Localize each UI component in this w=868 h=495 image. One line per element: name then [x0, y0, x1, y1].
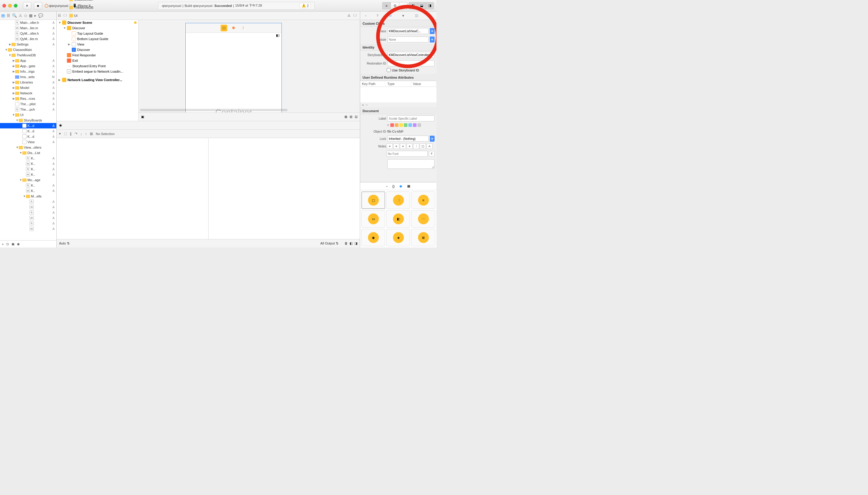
- outline-item[interactable]: Top Layout Guide: [57, 31, 138, 36]
- object-library-grid[interactable]: ▢ 〈 ≡ ▭ ◧ ⋯ ◉ ◈ ⊞: [360, 190, 436, 248]
- doc-label-field[interactable]: [387, 116, 435, 121]
- object-library-tab[interactable]: ◉: [399, 184, 402, 188]
- nav-item[interactable]: ▼StoryBoards: [0, 118, 56, 123]
- nav-item[interactable]: ▶Info...ingsA: [0, 69, 56, 74]
- variables-view[interactable]: [57, 138, 208, 239]
- zoom-window-button[interactable]: [14, 4, 17, 7]
- view-controller-scene[interactable]: ▢ ⬢ ⤴ ▮▯ Container: [185, 23, 282, 113]
- align-center-icon[interactable]: ≡: [393, 143, 399, 149]
- inspector-tabs[interactable]: ▫ ? ▭ ▼ ◫ →: [360, 12, 436, 20]
- toggle-utilities-button[interactable]: ◨: [426, 2, 434, 9]
- udra-add-button[interactable]: +: [362, 103, 364, 107]
- nav-item[interactable]: ▶AppA: [0, 58, 56, 63]
- nav-item[interactable]: ▶SettingsA: [0, 41, 56, 47]
- navigation-controller-object[interactable]: 〈: [386, 191, 410, 209]
- list-icon[interactable]: ⋮: [413, 143, 419, 149]
- nav-item[interactable]: mK..A: [0, 172, 56, 177]
- connections-inspector-tab[interactable]: →: [428, 14, 431, 17]
- udra-table-body[interactable]: [360, 87, 436, 102]
- version-editor-button[interactable]: ↔: [399, 2, 407, 9]
- lock-dropdown-icon[interactable]: ▾: [430, 136, 435, 142]
- pin-icon[interactable]: ⊡: [355, 115, 358, 119]
- nav-item[interactable]: hMain...oller.hA: [0, 20, 56, 25]
- align-justify-icon[interactable]: ≡: [406, 143, 413, 149]
- nav-item[interactable]: hA: [0, 210, 56, 215]
- report-navigator-tab[interactable]: 💬: [38, 13, 43, 18]
- debug-view-icon[interactable]: ▥: [90, 132, 93, 136]
- restoration-id-field[interactable]: [387, 60, 435, 66]
- filter-icon[interactable]: ◉: [17, 242, 20, 246]
- jump-crumb[interactable]: ClassesMain: [69, 0, 97, 1]
- label-color-swatches[interactable]: ✕: [360, 123, 436, 129]
- align-right-icon[interactable]: ≡: [400, 143, 406, 149]
- nav-item[interactable]: hA: [0, 221, 56, 226]
- assistant-editor-button[interactable]: ⊙: [390, 2, 399, 9]
- link-icon[interactable]: A: [427, 143, 433, 149]
- size-class-icon[interactable]: ⊞: [345, 115, 347, 119]
- nav-item[interactable]: ▼UI: [0, 112, 56, 118]
- hide-debug-icon[interactable]: ▾: [59, 132, 61, 136]
- outline-item[interactable]: →Storyboard Entry Point: [57, 63, 138, 69]
- nav-item[interactable]: mA: [0, 226, 56, 232]
- lock-field[interactable]: [387, 136, 429, 142]
- editor-mode-segmented[interactable]: ≡ ⊙ ↔: [382, 2, 407, 9]
- notes-textarea[interactable]: [387, 159, 435, 169]
- breakpoint-toggle-icon[interactable]: ⬚: [64, 132, 67, 136]
- use-storyboard-id-checkbox[interactable]: [387, 68, 390, 72]
- nav-item[interactable]: K...dA: [0, 123, 56, 129]
- related-items-icon[interactable]: ☷: [58, 14, 61, 17]
- font-picker-icon[interactable]: T: [429, 151, 435, 156]
- clock-icon[interactable]: ◷: [6, 242, 9, 246]
- nav-item[interactable]: mQyM...ller.mA: [0, 36, 56, 41]
- outline-item[interactable]: ▶View: [57, 41, 138, 47]
- outline-item[interactable]: Exit: [57, 58, 138, 63]
- nav-item[interactable]: ▼Dis...List: [0, 150, 56, 156]
- minimize-window-button[interactable]: [8, 4, 12, 7]
- class-field[interactable]: [387, 28, 429, 34]
- size-inspector-tab[interactable]: ◫: [415, 14, 418, 17]
- nav-item[interactable]: ▶App...gateA: [0, 63, 56, 69]
- nav-item[interactable]: ViewA: [0, 139, 56, 145]
- nav-item[interactable]: Ima...setsM: [0, 74, 56, 80]
- horizontal-scrollbar[interactable]: [140, 109, 288, 111]
- nav-item[interactable]: mA: [0, 204, 56, 210]
- page-view-controller-object[interactable]: ⋯: [411, 210, 435, 227]
- nav-item[interactable]: ▶NetworkA: [0, 90, 56, 96]
- add-icon[interactable]: +: [2, 242, 4, 246]
- trash-icon[interactable]: 🗑: [345, 241, 348, 245]
- outline-toggle-icon[interactable]: ▣: [141, 115, 144, 119]
- outline-item[interactable]: Bottom Layout Guide: [57, 36, 138, 41]
- image-icon[interactable]: ▢: [420, 143, 426, 149]
- pane-right-icon[interactable]: ◨: [354, 241, 358, 245]
- scene-dock[interactable]: ▢ ⬢ ⤴: [186, 23, 281, 33]
- nav-item[interactable]: ▶Res...rcesA: [0, 96, 56, 101]
- tab-bar-controller-object[interactable]: ▭: [361, 210, 385, 227]
- storyboard-id-field[interactable]: [387, 52, 435, 58]
- collection-view-controller-object[interactable]: ◈: [386, 229, 410, 246]
- navigator-tabs[interactable]: ▤ ☰ 🔍 ⚠ ◇ ▦ ▸ 💬: [0, 12, 56, 20]
- nav-item[interactable]: K...dA: [0, 129, 56, 134]
- font-field[interactable]: [386, 151, 428, 157]
- outline-item[interactable]: ▼Discover Scene: [57, 20, 138, 25]
- project-navigator-tree[interactable]: hMain...oller.hAmMain...ller.mAhQyM...ol…: [0, 20, 56, 240]
- align-icon[interactable]: ⊟: [350, 115, 352, 119]
- continue-icon[interactable]: ‖: [70, 132, 72, 136]
- step-into-icon[interactable]: ↓: [81, 132, 82, 136]
- breakpoint-navigator-tab[interactable]: ▸: [34, 13, 36, 18]
- class-dropdown-icon[interactable]: ▾: [430, 28, 435, 34]
- nav-item[interactable]: The....plistA: [0, 101, 56, 107]
- nav-item[interactable]: ▼Mo...age: [0, 177, 56, 183]
- symbol-navigator-tab[interactable]: ☰: [7, 13, 10, 18]
- outline-item[interactable]: ‹Discover: [57, 47, 138, 52]
- project-navigator-tab[interactable]: ▤: [1, 13, 5, 18]
- library-tabs[interactable]: ▫ {} ◉ ▦: [360, 182, 436, 190]
- debug-navigator-tab[interactable]: ▦: [29, 13, 33, 18]
- issue-prev-icon[interactable]: ⚠ 〈: [347, 13, 355, 18]
- nav-item[interactable]: hK..A: [0, 166, 56, 172]
- attributes-inspector-tab[interactable]: ▼: [401, 14, 405, 17]
- stop-button[interactable]: ■: [34, 2, 42, 9]
- all-output-menu[interactable]: All Output ⇅: [320, 241, 338, 245]
- run-button[interactable]: [23, 2, 31, 9]
- issue-navigator-tab[interactable]: ⚠: [19, 13, 22, 18]
- nav-item[interactable]: ▼View...ollers: [0, 145, 56, 150]
